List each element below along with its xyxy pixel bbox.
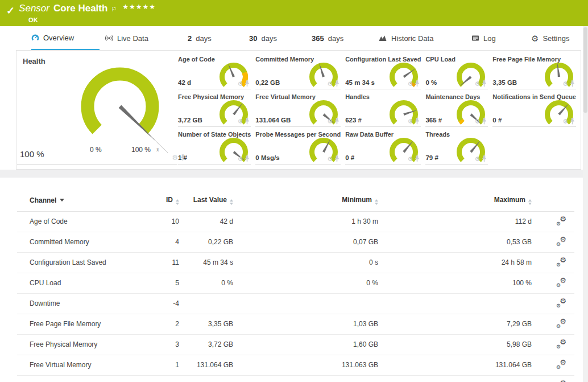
flag-icon[interactable]: ⚐ <box>111 6 117 13</box>
channel-settings-icon[interactable]: ⚙⚙ <box>557 298 566 307</box>
tab-2-days[interactable]: 2 days <box>188 26 221 50</box>
gear-icon[interactable]: ⚙ <box>327 118 333 125</box>
column-header-maximum[interactable]: Maximum <box>378 191 532 212</box>
gear-icon[interactable]: ⚙ <box>408 81 413 87</box>
channel-name-cell[interactable]: Free Physical Memory <box>17 335 148 355</box>
pin-icon[interactable] <box>482 80 487 87</box>
table-row: Free Physical Memory 3 3,72 GB 1,60 GB 5… <box>17 335 574 355</box>
scrollbar-thumb[interactable] <box>583 27 587 113</box>
pin-icon[interactable] <box>245 155 250 162</box>
mini-gauge-maintenance-days[interactable]: Maintenance Days 365 # ⚙ <box>425 92 488 127</box>
status-badge: OK <box>28 17 156 23</box>
column-header-last-value[interactable]: Last Value <box>179 191 233 212</box>
pin-icon[interactable] <box>482 118 487 125</box>
tab-live-data[interactable]: Live Data <box>105 26 162 50</box>
gear-icon[interactable]: ⚙ <box>172 154 178 162</box>
channel-name-cell[interactable]: Handles <box>17 376 148 382</box>
mini-gauge-cpu-load[interactable]: CPU Load 0 % ⚙ <box>425 55 488 89</box>
health-gauge-label: Health <box>23 57 45 65</box>
mini-gauge-value: 45 m 34 s <box>345 79 375 86</box>
pin-icon[interactable] <box>570 118 575 125</box>
health-gauge-cell: x̄ Health 0 % 100 % 100 % ⚙ <box>17 51 177 165</box>
gear-icon[interactable]: ⚙ <box>474 156 480 162</box>
pin-icon[interactable] <box>245 118 250 125</box>
mini-gauge-free-page-file-memory[interactable]: Free Page File Memory 3,35 GB ⚙ <box>492 55 576 89</box>
gear-icon[interactable]: ⚙ <box>562 118 568 125</box>
tab-overview[interactable]: Overview <box>31 26 100 50</box>
gear-icon[interactable]: ⚙ <box>474 118 480 125</box>
channel-settings-icon[interactable]: ⚙⚙ <box>557 278 566 286</box>
gear-icon[interactable]: ⚙ <box>408 156 413 162</box>
priority-stars[interactable]: ★★★★★ <box>122 3 156 11</box>
mini-gauge-free-physical-memory[interactable]: Free Physical Memory 3,72 GB ⚙ <box>178 92 251 127</box>
mini-gauge-handles[interactable]: Handles 623 # ⚙ <box>345 92 421 127</box>
channel-settings-icon[interactable]: ⚙⚙ <box>557 319 566 327</box>
mini-gauge-notifications-in-send-queue[interactable]: Notifications in Send Queue 0 # ⚙ <box>492 92 576 127</box>
pin-icon[interactable] <box>334 155 339 162</box>
channel-minimum-cell: 131.063 GB <box>233 355 378 376</box>
table-row: Handles 6 623 # 597 # 817 # ⚙⚙ <box>17 376 574 382</box>
mini-gauge-grid: Age of Code 42 d ⚙ Committed Memory 0,22… <box>178 51 576 165</box>
channel-name-cell[interactable]: Downtime <box>17 294 148 314</box>
pin-icon[interactable] <box>415 80 420 87</box>
channel-settings-cell: ⚙⚙ <box>532 273 574 294</box>
column-header-minimum[interactable]: Minimum <box>233 191 378 212</box>
mini-gauge-value: 1 # <box>178 154 187 161</box>
channel-settings-icon[interactable]: ⚙⚙ <box>557 339 566 348</box>
sensor-kind-label: Sensor <box>19 3 49 14</box>
channel-last-value-cell: 131.064 GB <box>179 355 233 376</box>
mini-gauge-raw-data-buffer[interactable]: Raw Data Buffer 0 # ⚙ <box>345 130 421 165</box>
channel-settings-icon[interactable]: ⚙⚙ <box>557 216 566 225</box>
tab-365-days[interactable]: 365 days <box>312 26 350 50</box>
channel-name-cell[interactable]: Age of Code <box>17 212 148 232</box>
mini-gauge-value: 0 Msg/s <box>255 154 279 161</box>
channel-minimum-cell: 0 % <box>233 273 378 294</box>
tab-30-days[interactable]: 30 days <box>249 26 284 50</box>
mini-gauge-free-virtual-memory[interactable]: Free Virtual Memory 131.064 GB ⚙ <box>255 92 341 127</box>
channel-settings-cell: ⚙⚙ <box>532 314 574 335</box>
tab-bar: Overview Live Data 2 days 30 days 365 da… <box>0 26 588 50</box>
channel-name-cell[interactable]: Committed Memory <box>17 232 148 253</box>
tab-settings[interactable]: ⚙ Settings <box>531 26 574 50</box>
prtg-sensor-page: ✓ Sensor Core Health ⚐ ★★★★★ OK Overview <box>0 0 588 382</box>
gear-icon[interactable]: ⚙ <box>327 81 333 87</box>
sort-icon <box>528 199 532 205</box>
mini-gauge-configuration-last-saved[interactable]: Configuration Last Saved 45 m 34 s ⚙ <box>345 55 421 89</box>
mini-gauge-threads[interactable]: Threads 79 # ⚙ <box>425 130 488 165</box>
pin-icon[interactable] <box>334 118 339 125</box>
gear-icon[interactable]: ⚙ <box>327 156 333 162</box>
channel-name-cell[interactable]: Free Virtual Memory <box>17 355 148 376</box>
channel-minimum-cell: 1 h 30 m <box>233 212 378 232</box>
pin-icon[interactable] <box>570 80 575 87</box>
mini-gauge-committed-memory[interactable]: Committed Memory 0,22 GB ⚙ <box>255 55 341 89</box>
channel-name-cell[interactable]: CPU Load <box>17 273 148 294</box>
channel-name-cell[interactable]: Free Page File Memory <box>17 314 148 335</box>
pin-icon[interactable] <box>415 155 420 162</box>
tab-historic-data[interactable]: Historic Data <box>379 26 440 50</box>
channel-name-cell[interactable]: Configuration Last Saved <box>17 253 148 273</box>
pin-icon[interactable] <box>415 118 420 125</box>
mini-gauge-probe-messages-per-second[interactable]: Probe Messages per Second 0 Msg/s ⚙ <box>255 130 341 165</box>
pin-icon[interactable] <box>245 80 250 87</box>
channel-maximum-cell: 817 # <box>378 376 532 382</box>
pin-icon[interactable] <box>334 80 339 87</box>
gear-icon[interactable]: ⚙ <box>237 81 243 87</box>
channel-maximum-cell: 24 h 58 m <box>378 253 532 273</box>
mini-gauge-number-of-state-objects[interactable]: Number of State Objects 1 # ⚙ <box>178 130 251 165</box>
tab-log[interactable]: Log <box>471 26 503 50</box>
gear-icon[interactable]: ⚙ <box>237 118 243 125</box>
gear-icon[interactable]: ⚙ <box>474 81 480 87</box>
vertical-scrollbar[interactable] <box>583 26 588 382</box>
channel-settings-icon[interactable]: ⚙⚙ <box>557 257 566 266</box>
gear-icon[interactable]: ⚙ <box>562 81 568 87</box>
channel-settings-icon[interactable]: ⚙⚙ <box>557 237 566 245</box>
channel-settings-icon[interactable]: ⚙⚙ <box>557 360 566 368</box>
mini-gauge-value: 131.064 GB <box>255 117 291 124</box>
column-header-channel[interactable]: Channel <box>17 191 148 212</box>
mini-gauge-age-of-code[interactable]: Age of Code 42 d ⚙ <box>178 55 251 89</box>
table-row: Age of Code 10 42 d 1 h 30 m 112 d ⚙⚙ <box>17 212 574 232</box>
gear-icon[interactable]: ⚙ <box>408 118 413 125</box>
gear-icon[interactable]: ⚙ <box>237 156 243 162</box>
pin-icon[interactable] <box>482 155 487 162</box>
column-header-id[interactable]: ID <box>148 191 179 212</box>
